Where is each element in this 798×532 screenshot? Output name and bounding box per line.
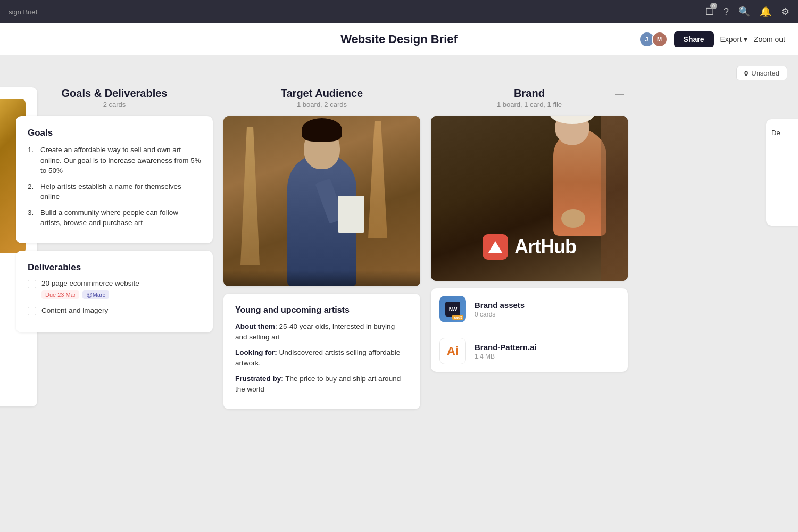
ai-text: Ai xyxy=(447,344,459,358)
arthub-logo: ArtHub xyxy=(483,234,576,260)
column-brand: Brand 1 board, 1 card, 1 file — xyxy=(431,87,628,417)
arthub-icon xyxy=(483,234,508,260)
list-item: 3. Build a community where people can fo… xyxy=(28,207,201,228)
header: Website Design Brief J M Share Export ▾ … xyxy=(0,23,798,55)
goals-card: Goals 1. Create an affordable way to sel… xyxy=(16,116,213,243)
arthub-text: ArtHub xyxy=(514,236,576,258)
list-item: Content and imagery xyxy=(28,306,201,315)
tag-user: @Marc xyxy=(82,290,109,299)
unsorted-badge[interactable]: 0 Unsorted xyxy=(736,66,787,80)
goals-title: Goals xyxy=(28,128,201,138)
header-actions: J M Share Export ▾ Zoom out xyxy=(639,31,785,47)
avatar-2: M xyxy=(652,31,668,47)
top-bar: sign Brief ☐ 0 ? 🔍 🔔 ⚙ xyxy=(0,0,798,23)
canvas: 0 Unsorted Goals & Deliverables 2 cards … xyxy=(0,55,798,532)
nw-badge: NW card 5 xyxy=(445,302,460,317)
brand-assets-name: Brand assets xyxy=(475,301,619,310)
brand-item-pattern[interactable]: Ai Brand-Pattern.ai 1.4 MB xyxy=(431,330,628,372)
nw-tag: card 5 xyxy=(452,315,463,320)
audience-content-title: Young and upcoming artists xyxy=(235,305,409,315)
unsorted-label: Unsorted xyxy=(751,69,779,77)
column-title-brand: Brand xyxy=(431,87,628,99)
looking-for: Looking for: Undiscovered artists sellin… xyxy=(235,347,409,368)
deliverable-text-website: 20 page ecommmerce website xyxy=(41,279,139,287)
column-meta-audience: 1 board, 2 cards xyxy=(223,101,420,109)
column-goals-deliverables: Goals & Deliverables 2 cards Goals 1. Cr… xyxy=(16,87,213,417)
column-target-audience: Target Audience 1 board, 2 cards xyxy=(223,87,420,417)
column-header-audience: Target Audience 1 board, 2 cards xyxy=(223,87,420,109)
artist-image xyxy=(223,116,420,286)
checkbox-content[interactable] xyxy=(28,307,36,315)
list-item: 2. Help artists establish a name for the… xyxy=(28,181,201,202)
brand-pattern-name: Brand-Pattern.ai xyxy=(475,343,619,352)
deliverables-title: Deliverables xyxy=(28,262,201,273)
zoom-out-button[interactable]: Zoom out xyxy=(754,35,785,44)
brand-assets-icon: NW card 5 xyxy=(439,296,466,322)
deliverable-text-content: Content and imagery xyxy=(41,306,108,314)
column-meta-goals: 2 cards xyxy=(16,101,213,109)
deliverables-list: 20 page ecommmerce website Due 23 Mar @M… xyxy=(28,279,201,315)
brand-image: ArtHub xyxy=(431,116,628,281)
column-title-audience: Target Audience xyxy=(223,87,420,99)
brand-image-card: ArtHub xyxy=(431,116,628,281)
top-bar-title: sign Brief xyxy=(9,8,37,16)
partial-right-card: De xyxy=(766,119,798,226)
brand-item-assets[interactable]: NW card 5 Brand assets 0 cards xyxy=(431,288,628,330)
frustrated-by: Frustrated by: The price to buy and ship… xyxy=(235,373,409,394)
audience-content-card: Young and upcoming artists About them: 2… xyxy=(223,294,420,409)
mobile-badge: 0 xyxy=(710,3,717,9)
top-bar-icons: ☐ 0 ? 🔍 🔔 ⚙ xyxy=(705,6,789,18)
list-item: 1. Create an affordable way to sell and … xyxy=(28,145,201,176)
arthub-triangle-icon xyxy=(488,241,502,253)
collaborator-avatars: J M xyxy=(639,31,668,47)
brand-assets-card: NW card 5 Brand assets 0 cards Ai xyxy=(431,288,628,372)
brand-pattern-meta: 1.4 MB xyxy=(475,353,619,360)
settings-icon[interactable]: ⚙ xyxy=(781,6,789,18)
search-icon[interactable]: 🔍 xyxy=(738,6,750,18)
audience-image-card xyxy=(223,116,420,286)
export-button[interactable]: Export ▾ xyxy=(720,35,747,44)
column-title-goals: Goals & Deliverables xyxy=(16,87,213,99)
column-header-brand: Brand 1 board, 1 card, 1 file — xyxy=(431,87,628,109)
checkbox-website[interactable] xyxy=(28,280,36,288)
brand-assets-meta: 0 cards xyxy=(475,311,619,318)
deliverables-card: Deliverables 20 page ecommmerce website … xyxy=(16,251,213,332)
minimize-button[interactable]: — xyxy=(611,87,628,101)
column-meta-brand: 1 board, 1 card, 1 file xyxy=(431,101,628,109)
brand-pattern-icon: Ai xyxy=(439,338,466,364)
list-item: 20 page ecommmerce website Due 23 Mar @M… xyxy=(28,279,201,299)
partial-right-text: De xyxy=(771,129,780,137)
unsorted-count: 0 xyxy=(744,69,748,77)
boards-container: Goals & Deliverables 2 cards Goals 1. Cr… xyxy=(0,55,644,433)
tag-due-date: Due 23 Mar xyxy=(41,290,79,299)
column-header-goals: Goals & Deliverables 2 cards xyxy=(16,87,213,109)
share-button[interactable]: Share xyxy=(674,31,714,47)
mobile-icon[interactable]: ☐ 0 xyxy=(705,6,714,18)
notifications-icon[interactable]: 🔔 xyxy=(760,6,771,18)
about-them: About them: 25-40 year olds, interested … xyxy=(235,321,409,342)
page-title: Website Design Brief xyxy=(340,32,458,46)
brand-painting-bg: ArtHub xyxy=(431,116,628,281)
help-icon[interactable]: ? xyxy=(724,6,729,18)
artist-placeholder xyxy=(223,116,420,286)
goals-list: 1. Create an affordable way to sell and … xyxy=(28,145,201,228)
